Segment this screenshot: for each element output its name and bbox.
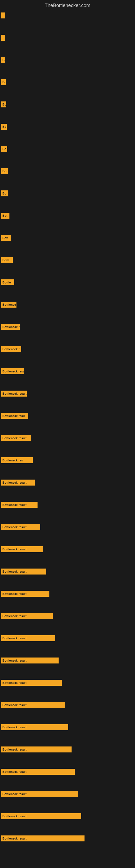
bar: Bottleneck result [1, 568, 46, 575]
bar: Bottlenec [1, 302, 16, 308]
bar-label: Bo [2, 125, 6, 128]
bar: Bottleneck res [1, 457, 33, 463]
bar-label: Bottleneck r [2, 347, 20, 351]
bar-row: Bottleneck result [1, 791, 134, 797]
bar-row: Bottleneck result [1, 568, 134, 575]
bar-row: B [1, 57, 134, 63]
bar-label: Bottleneck result [2, 725, 27, 729]
bar: Bottleneck result [1, 791, 78, 797]
bar-row: Bottleneck result [1, 524, 134, 530]
bar-row: Bottleneck result [1, 680, 134, 686]
bar: Bottleneck result [1, 479, 35, 486]
bar-label: Bottleneck result [2, 703, 27, 707]
bar [1, 12, 5, 19]
bar: Bottleneck result [1, 813, 81, 819]
bar-label: Bottleneck result [2, 436, 27, 440]
bar-label: Bottleneck resul [2, 370, 24, 373]
bar-row: Bottleneck result [1, 591, 134, 597]
bar: Bo [1, 146, 7, 152]
bar-row: Bottleneck result [1, 635, 134, 641]
bar: Bot [1, 213, 9, 219]
bar-row: Bo [1, 190, 134, 196]
bar: Bo [1, 168, 8, 174]
bar: Bottleneck result [1, 835, 85, 841]
bar: Bottleneck res [1, 324, 20, 330]
bar: Bottleneck result [1, 435, 31, 441]
bar-label: Bottleneck result [2, 548, 27, 551]
bar-row: Bottleneck result [1, 435, 134, 441]
bar-row: Bottlenec [1, 302, 134, 308]
bar-label: Bottleneck result [2, 570, 27, 573]
bar: Bottleneck r [1, 346, 21, 352]
bar: B [1, 57, 5, 63]
bar-row: Bottleneck result [1, 391, 134, 397]
bar-row: Bottleneck result [1, 769, 134, 775]
bar-label: Bottle [2, 281, 11, 284]
bar-label: Bottleneck result [2, 637, 27, 640]
bar-label: Bottleneck result [2, 681, 27, 684]
bar-label: Bottleneck result [2, 525, 27, 529]
bar-label: Bottleneck res [2, 325, 20, 329]
bar: Bottleneck result [1, 524, 40, 530]
bar: Bottl [1, 257, 13, 263]
bar-row: Bot [1, 213, 134, 219]
bar-label: Bottleneck result [2, 481, 27, 484]
bar-row: Bottleneck result [1, 724, 134, 730]
bar-label: Bottleneck result [2, 503, 27, 506]
bar-label: Bo [2, 103, 6, 106]
bar: Bottleneck resu [1, 413, 28, 419]
bar-row: Bo [1, 101, 134, 107]
bar-row: Bo [1, 146, 134, 152]
bar-label: Bottl [2, 258, 9, 262]
bar-label: Bott [2, 236, 8, 240]
bar: Bottle [1, 279, 14, 285]
bar-row: Bottleneck r [1, 346, 134, 352]
bar-label: Bottleneck result [2, 748, 27, 751]
bar-row: Bottleneck result [1, 502, 134, 508]
bar: Bottleneck result [1, 591, 49, 597]
bar: Bottleneck result [1, 702, 65, 708]
bar-row: Bo [1, 124, 134, 130]
bar-row: Bottleneck result [1, 813, 134, 819]
bar-row: Bottleneck result [1, 746, 134, 752]
bar-label: Bottleneck resu [2, 414, 25, 417]
bar: Bottleneck result [1, 746, 72, 752]
bar-label: Bottleneck result [2, 592, 27, 595]
bar-label: Bo [2, 81, 6, 84]
bar: Bottleneck result [1, 613, 53, 619]
bar-row: Bottl [1, 257, 134, 263]
bar-label: Bottleneck result [2, 614, 27, 618]
bar-row: Bottleneck result [1, 657, 134, 663]
bar-label: Bottleneck result [2, 392, 27, 395]
bar-row: Bo [1, 79, 134, 85]
bar-row: Bottleneck result [1, 835, 134, 841]
bar-row: Bottleneck resu [1, 413, 134, 419]
bar-label: Bottleneck result [2, 837, 27, 840]
bar-label: Bo [2, 147, 6, 151]
bar-label: Bottleneck result [2, 792, 27, 796]
bar-label: Bo [2, 169, 6, 173]
bar-row: Bottleneck result [1, 479, 134, 486]
bar-row: Bottleneck result [1, 546, 134, 552]
bar-label: Bottleneck result [2, 770, 27, 773]
bar: Bottleneck result [1, 502, 38, 508]
bar: Bott [1, 235, 11, 241]
bar-row: Bottleneck result [1, 702, 134, 708]
bar-row: Bottleneck res [1, 457, 134, 463]
bar: Bottleneck result [1, 769, 75, 775]
bar-label: Bo [2, 192, 6, 195]
bar-row: Bottleneck res [1, 324, 134, 330]
bars-container: BBoBoBoBoBoBoBotBottBottlBottleBottlenec… [0, 10, 135, 860]
bar: Bo [1, 190, 8, 196]
bar-row: Bottleneck resul [1, 368, 134, 374]
bar-row [1, 35, 134, 41]
site-title: TheBottlenecker.com [0, 0, 135, 10]
bar-label: B [2, 58, 5, 62]
bar: Bo [1, 124, 7, 130]
bar: Bottleneck resul [1, 368, 24, 374]
bar: Bo [1, 101, 6, 107]
bar-label: Bottleneck res [2, 459, 23, 462]
bar-label: Bottlenec [2, 303, 16, 306]
bar: Bottleneck result [1, 391, 27, 397]
bar-row: Bo [1, 168, 134, 174]
